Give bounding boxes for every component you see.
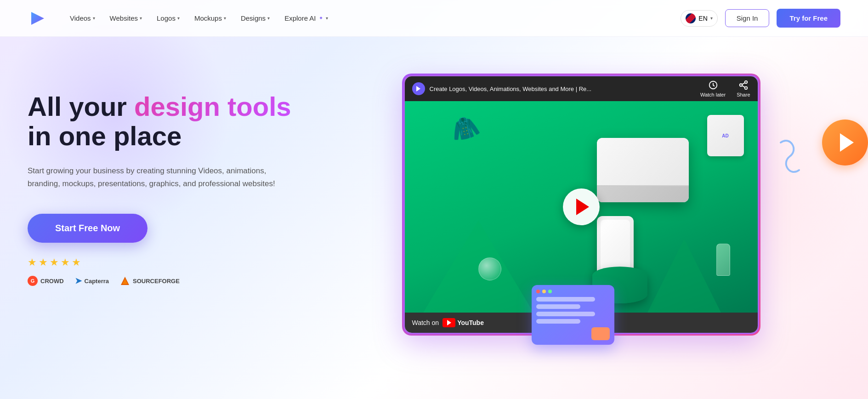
nav-explore-ai-label: Explore AI	[284, 14, 316, 22]
play-triangle-icon	[576, 199, 589, 215]
phone-screen	[601, 220, 630, 272]
nav-logos-arrow: ▾	[177, 16, 180, 21]
laptop-screen	[597, 138, 689, 186]
g2-crowd-label: CROWD	[40, 278, 64, 285]
nav-mockups-arrow: ▾	[224, 16, 226, 21]
laptop-base	[597, 186, 689, 202]
share-icon	[738, 80, 749, 90]
watch-on-label: Watch on	[412, 319, 439, 326]
share-label: Share	[737, 92, 750, 97]
main-content: All your design tools in one place Start…	[0, 37, 868, 399]
hero-title: All your design tools in one place	[28, 92, 322, 151]
nav-item-videos[interactable]: Videos ▾	[64, 11, 101, 26]
dot-green	[548, 290, 552, 293]
stars-row: ★ ★ ★ ★ ★	[28, 256, 322, 268]
video-title: Create Logos, Videos, Animations, Websit…	[430, 86, 592, 92]
watch-on-youtube[interactable]: Watch on YouTube	[412, 318, 484, 327]
hero-description: Start growing your business by creating …	[28, 165, 285, 191]
star-3: ★	[50, 256, 59, 268]
svg-marker-0	[31, 12, 44, 25]
browser-card-icon	[591, 327, 610, 340]
youtube-logo-red: YouTube	[443, 318, 484, 327]
sourceforge-label: SOURCEFORGE	[133, 278, 180, 285]
deco-play-triangle-icon	[840, 133, 854, 152]
play-button[interactable]	[563, 188, 600, 225]
star-5: ★	[72, 256, 81, 268]
youtube-red-rect	[443, 318, 455, 327]
g2-icon: G	[28, 276, 38, 286]
video-chrome-left: Create Logos, Videos, Animations, Websit…	[412, 82, 592, 95]
scene-bottle	[716, 244, 730, 276]
share-button[interactable]: Share	[737, 80, 750, 97]
scene-sphere	[478, 257, 501, 280]
ai-badge: ✦	[319, 15, 323, 21]
svg-line-8	[742, 83, 745, 85]
nav-designs-arrow: ▾	[267, 16, 270, 21]
scene-triangle-right	[647, 239, 721, 313]
sourceforge-icon	[120, 276, 130, 286]
navbar: Videos ▾ Websites ▾ Logos ▾ Mockups ▾ De…	[0, 0, 868, 37]
youtube-text: YouTube	[457, 319, 484, 326]
star-4: ★	[61, 256, 70, 268]
browser-lines	[536, 297, 610, 324]
squiggle-decoration	[776, 138, 804, 175]
hero-title-part2: in one place	[28, 121, 182, 151]
svg-line-7	[742, 86, 745, 87]
nav-item-websites[interactable]: Websites ▾	[104, 11, 148, 26]
partner-capterra[interactable]: ➤ Capterra	[75, 276, 109, 286]
start-free-now-button[interactable]: Start Free Now	[28, 214, 148, 243]
lang-chevron: ▾	[710, 16, 713, 21]
partner-logos: G CROWD ➤ Capterra SOURCEFORGE	[28, 276, 322, 286]
youtube-logo-small	[412, 82, 425, 95]
video-chrome-bar: Create Logos, Videos, Animations, Websit…	[405, 76, 758, 101]
nav-explore-ai-arrow: ▾	[326, 16, 328, 21]
nav-logos-label: Logos	[157, 14, 176, 22]
browser-line-1	[536, 297, 595, 302]
scene-shirt: AD	[707, 115, 744, 156]
capterra-label: Capterra	[85, 278, 109, 285]
nav-websites-label: Websites	[110, 14, 138, 22]
clock-icon	[708, 80, 718, 90]
try-for-free-button[interactable]: Try for Free	[777, 9, 840, 28]
language-selector[interactable]: EN ▾	[681, 10, 717, 27]
nav-menu: Videos ▾ Websites ▾ Logos ▾ Mockups ▾ De…	[64, 11, 681, 26]
nav-item-designs[interactable]: Designs ▾	[235, 11, 275, 26]
nav-right: EN ▾ Sign In Try for Free	[681, 9, 840, 28]
hero-right: Create Logos, Videos, Animations, Websit…	[322, 64, 840, 336]
dot-red	[536, 290, 540, 293]
sign-in-button[interactable]: Sign In	[725, 9, 770, 27]
watch-later-button[interactable]: Watch later	[700, 80, 726, 97]
partner-sourceforge[interactable]: SOURCEFORGE	[120, 276, 180, 286]
logo[interactable]	[28, 9, 46, 28]
flag-icon	[686, 13, 696, 23]
nav-item-explore-ai[interactable]: Explore AI ✦ ▾	[279, 11, 333, 26]
nav-websites-arrow: ▾	[140, 16, 142, 21]
decorative-play-circle	[822, 120, 868, 165]
nav-designs-label: Designs	[241, 14, 266, 22]
watch-later-label: Watch later	[700, 92, 726, 97]
hero-title-part1: All your	[28, 91, 134, 121]
video-chrome-right: Watch later Share	[700, 80, 750, 97]
capterra-arrow-icon: ➤	[75, 276, 82, 286]
video-container: Create Logos, Videos, Animations, Websit…	[402, 74, 760, 336]
video-thumbnail[interactable]: AD 🧥	[405, 101, 758, 313]
youtube-play-icon	[447, 320, 451, 325]
hero-title-highlight: design tools	[134, 91, 291, 121]
dot-yellow	[542, 290, 546, 293]
decorative-browser-card	[532, 285, 614, 345]
nav-videos-label: Videos	[70, 14, 91, 22]
star-2: ★	[39, 256, 48, 268]
nav-mockups-label: Mockups	[194, 14, 222, 22]
hero-left: All your design tools in one place Start…	[28, 64, 322, 286]
browser-line-2	[536, 304, 580, 309]
svg-point-6	[745, 87, 748, 90]
nav-item-mockups[interactable]: Mockups ▾	[189, 11, 232, 26]
yt-play-icon	[416, 86, 420, 91]
svg-point-5	[740, 84, 743, 86]
browser-line-3	[536, 312, 595, 316]
browser-line-4	[536, 319, 580, 324]
nav-item-logos[interactable]: Logos ▾	[151, 11, 185, 26]
nav-videos-arrow: ▾	[93, 16, 95, 21]
partner-g2[interactable]: G CROWD	[28, 276, 64, 286]
language-label: EN	[698, 15, 707, 22]
